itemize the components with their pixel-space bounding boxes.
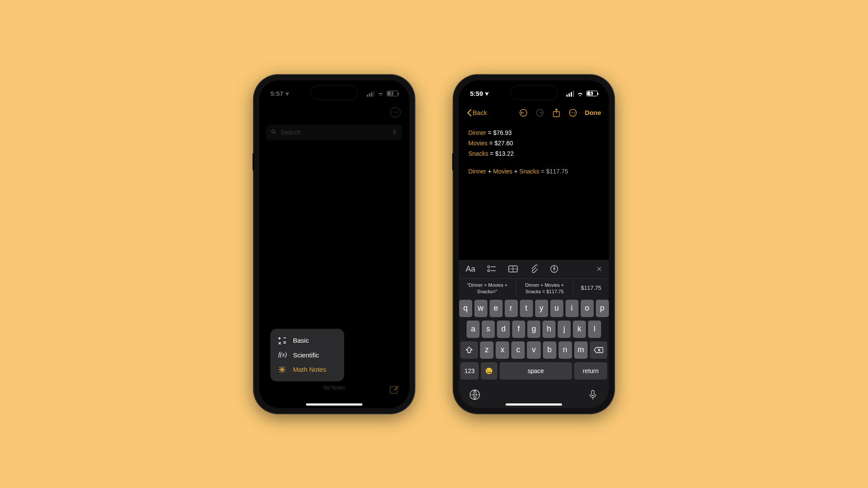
editor-navbar: Back Done	[459, 101, 609, 120]
key-row-4: 123 😀 space return	[460, 362, 607, 380]
key-row-3: z x c v b n m	[460, 341, 607, 359]
popup-item-basic[interactable]: Basic	[274, 333, 341, 348]
checklist-button[interactable]	[487, 265, 496, 273]
key-l[interactable]: l	[588, 321, 601, 338]
share-button[interactable]	[552, 108, 561, 117]
key-row-1: q w e r t y u i o p	[460, 300, 607, 317]
wifi-icon	[577, 91, 584, 96]
wifi-icon	[377, 91, 384, 96]
scientific-icon: f(x)	[278, 351, 287, 358]
more-menu-button[interactable]: ⋯	[390, 107, 401, 118]
svg-point-5	[571, 112, 572, 113]
key-b[interactable]: b	[543, 341, 556, 359]
dictate-key[interactable]	[587, 389, 598, 400]
location-icon: ➤	[284, 92, 290, 96]
cellular-icon	[566, 91, 574, 97]
key-h[interactable]: h	[542, 321, 556, 338]
calculator-mode-popup: Basic f(x) Scientific Math Notes	[270, 329, 344, 381]
search-input[interactable]: 🔍︎ Search 🎙︎	[266, 124, 402, 140]
battery-icon: 61	[387, 91, 398, 96]
key-r[interactable]: r	[505, 300, 518, 317]
popup-item-mathnotes[interactable]: Math Notes	[274, 362, 341, 377]
key-a[interactable]: a	[467, 321, 480, 338]
key-n[interactable]: n	[559, 341, 572, 359]
popup-label: Basic	[293, 337, 309, 344]
mathnotes-icon	[278, 366, 287, 373]
phone-left: 5:57 ➤ 61 ⋯ 🔍︎ Search 🎙︎ Basic	[254, 75, 414, 413]
compose-button[interactable]	[389, 385, 400, 395]
home-indicator[interactable]	[306, 403, 362, 406]
suggestion[interactable]: $117.75	[573, 283, 609, 294]
popup-item-scientific[interactable]: f(x) Scientific	[274, 348, 341, 362]
key-i[interactable]: i	[566, 300, 579, 317]
dynamic-island	[510, 85, 558, 100]
key-p[interactable]: p	[596, 300, 609, 317]
key-v[interactable]: v	[527, 341, 540, 359]
basic-calc-icon	[278, 337, 287, 344]
key-m[interactable]: m	[574, 341, 588, 359]
search-placeholder: Search	[280, 128, 301, 136]
note-line: Snacks = $13.22	[468, 149, 599, 158]
key-o[interactable]: o	[581, 300, 594, 317]
phone-right: 5:59 ➤ 61 Back	[454, 75, 614, 413]
key-g[interactable]: g	[527, 321, 540, 338]
suggestion[interactable]: "Dinner + Movies + Snacks="	[459, 280, 516, 296]
undo-button[interactable]	[519, 108, 528, 117]
key-j[interactable]: j	[558, 321, 571, 338]
done-button[interactable]: Done	[585, 109, 602, 116]
note-line: Dinner = $76.93	[468, 128, 599, 138]
key-w[interactable]: w	[474, 300, 487, 317]
key-y[interactable]: y	[535, 300, 548, 317]
text-style-button[interactable]: Aa	[466, 265, 475, 274]
note-sum-line: Dinner + Movies + Snacks = $117.75	[468, 167, 599, 176]
note-content[interactable]: Dinner = $76.93 Movies = $27.60 Snacks =…	[459, 120, 609, 184]
note-line: Movies = $27.60	[468, 138, 599, 148]
popup-label: Scientific	[293, 351, 319, 359]
key-row-2: a s d f g h j k l	[460, 321, 607, 338]
svg-point-9	[488, 270, 490, 272]
key-x[interactable]: x	[496, 341, 509, 359]
location-icon: ➤	[484, 92, 490, 96]
clock-time: 5:57	[270, 90, 283, 97]
close-toolbar-button[interactable]: ✕	[596, 265, 602, 273]
back-button[interactable]: Back	[467, 109, 487, 117]
key-e[interactable]: e	[490, 300, 503, 317]
notes-footer: No Notes	[259, 385, 409, 391]
backspace-key[interactable]	[590, 341, 607, 359]
svg-rect-13	[592, 390, 594, 396]
home-indicator[interactable]	[506, 403, 562, 406]
svg-point-7	[574, 112, 575, 113]
popup-label: Math Notes	[293, 366, 326, 373]
markup-button[interactable]	[550, 265, 559, 273]
emoji-key[interactable]: 😀	[481, 362, 497, 380]
battery-icon: 61	[586, 91, 598, 96]
quicktype-suggestions: "Dinner + Movies + Snacks=" Dinner + Mov…	[459, 279, 609, 298]
key-s[interactable]: s	[482, 321, 495, 338]
attach-button[interactable]	[530, 265, 538, 273]
key-k[interactable]: k	[573, 321, 586, 338]
key-f[interactable]: f	[512, 321, 525, 338]
globe-key[interactable]	[469, 389, 480, 400]
more-button[interactable]	[569, 108, 577, 117]
svg-point-8	[488, 266, 490, 268]
svg-point-6	[572, 112, 573, 113]
numbers-key[interactable]: 123	[460, 362, 479, 380]
dictate-icon[interactable]: 🎙︎	[392, 129, 398, 136]
space-key[interactable]: space	[500, 362, 572, 380]
clock-time: 5:59	[470, 90, 483, 97]
keyboard: Aa ✕ "Dinner + Movies + Snacks=" Dinner …	[459, 260, 609, 408]
key-d[interactable]: d	[497, 321, 510, 338]
suggestion[interactable]: Dinner + Movies + Snacks = $117.75	[516, 280, 573, 296]
table-button[interactable]	[508, 265, 518, 272]
cellular-icon	[367, 91, 375, 97]
key-c[interactable]: c	[511, 341, 525, 359]
key-q[interactable]: q	[459, 300, 472, 317]
key-u[interactable]: u	[550, 300, 563, 317]
dynamic-island	[310, 85, 358, 100]
search-icon: 🔍︎	[270, 128, 277, 136]
key-z[interactable]: z	[480, 341, 493, 359]
return-key[interactable]: return	[574, 362, 607, 380]
key-t[interactable]: t	[520, 300, 533, 317]
redo-button	[536, 108, 544, 117]
shift-key[interactable]	[460, 341, 478, 359]
